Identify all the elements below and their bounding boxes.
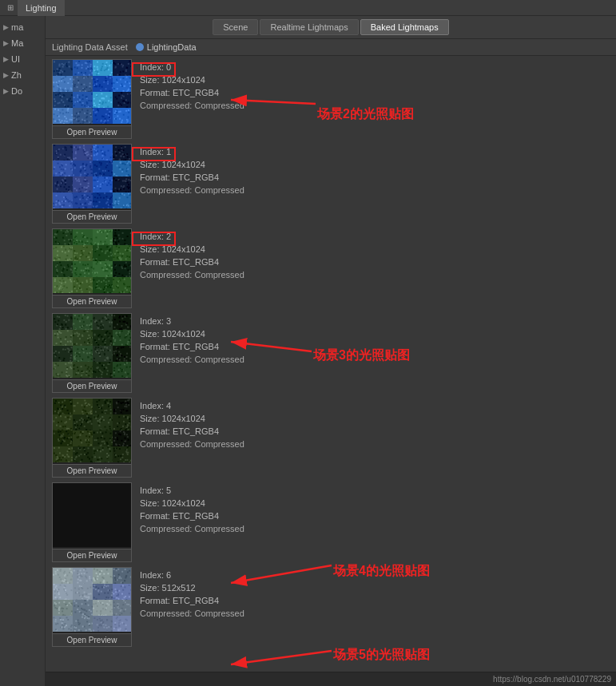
lightmap-thumbnail: Open Preview xyxy=(52,482,132,562)
content-area: Scene Realtime Lightmaps Baked Lightmaps… xyxy=(46,16,616,686)
lightmaps-area[interactable]: Open PreviewIndex: 0Size: 1024x1024Forma… xyxy=(46,56,616,672)
info-line: Index: 6 xyxy=(140,570,244,580)
info-line: Index: 1 xyxy=(140,147,244,157)
open-preview-button[interactable]: Open Preview xyxy=(53,379,131,392)
info-line: Size: 1024x1024 xyxy=(140,75,244,85)
main-layout: ▶ ma ▶ Ma ▶ UI ▶ Zh ▶ Do Scene Realtime … xyxy=(0,16,616,686)
bottom-bar: https://blog.csdn.net/u010778229 xyxy=(46,672,616,686)
asset-value: LightingData xyxy=(136,42,197,52)
arrow-icon-3: ▶ xyxy=(3,71,11,79)
lightmap-entry: Open PreviewIndex: 3Size: 1024x1024Forma… xyxy=(52,313,610,393)
url-label: https://blog.csdn.net/u010778229 xyxy=(493,675,611,684)
lightmap-info: Index: 4Size: 1024x1024Format: ETC_RGB4C… xyxy=(132,398,244,449)
info-line: Index: 2 xyxy=(140,232,244,241)
info-line: Size: 1024x1024 xyxy=(140,414,244,423)
annotation-arrow xyxy=(231,651,332,664)
lightmap-thumbnail: Open Preview xyxy=(52,313,132,393)
lightmap-info: Index: 3Size: 1024x1024Format: ETC_RGB4C… xyxy=(132,313,244,364)
open-preview-button[interactable]: Open Preview xyxy=(53,125,131,138)
annotation-text: 场景5的光照贴图 xyxy=(332,648,430,661)
lightmap-info: Index: 1Size: 1024x1024Format: ETC_RGB4C… xyxy=(132,144,244,195)
lightmap-info: Index: 5Size: 1024x1024Format: ETC_RGB4C… xyxy=(132,482,244,533)
lightmap-thumbnail: Open Preview xyxy=(52,228,132,308)
lightmap-info: Index: 2Size: 1024x1024Format: ETC_RGB4C… xyxy=(132,228,244,280)
lightmap-entry: Open PreviewIndex: 5Size: 1024x1024Forma… xyxy=(52,482,610,562)
info-line: Format: ETC_RGB4 xyxy=(140,172,244,182)
info-line: Format: ETC_RGB4 xyxy=(140,257,244,267)
asset-row: Lighting Data Asset LightingData xyxy=(46,39,616,56)
lightmap-entry: Open PreviewIndex: 1Size: 1024x1024Forma… xyxy=(52,144,610,224)
info-line: Compressed: Compressed xyxy=(140,439,244,449)
asset-dot-icon xyxy=(136,43,144,51)
grid-icon: ⊞ xyxy=(3,0,18,16)
info-line: Index: 3 xyxy=(140,316,244,326)
info-line: Size: 1024x1024 xyxy=(140,329,244,339)
info-line: Compressed: Compressed xyxy=(140,270,244,280)
info-line: Index: 4 xyxy=(140,401,244,410)
info-line: Size: 1024x1024 xyxy=(140,160,244,169)
info-line: Compressed: Compressed xyxy=(140,524,244,533)
asset-label: Lighting Data Asset xyxy=(52,42,128,52)
info-line: Compressed: Compressed xyxy=(140,185,244,195)
open-preview-button[interactable]: Open Preview xyxy=(53,210,131,223)
open-preview-button[interactable]: Open Preview xyxy=(53,464,131,477)
info-line: Index: 0 xyxy=(140,62,244,72)
top-buttons-row: Scene Realtime Lightmaps Baked Lightmaps xyxy=(46,16,616,39)
info-line: Format: ETC_RGB4 xyxy=(140,426,244,436)
info-line: Format: ETC_RGB4 xyxy=(140,596,244,605)
info-line: Size: 1024x1024 xyxy=(140,244,244,254)
sidebar-item-1[interactable]: ▶ Ma xyxy=(0,35,45,51)
lightmap-thumbnail: Open Preview xyxy=(52,398,132,478)
baked-lightmaps-button[interactable]: Baked Lightmaps xyxy=(360,19,449,35)
lightmap-thumbnail: Open Preview xyxy=(52,144,132,224)
sidebar-item-0[interactable]: ▶ ma xyxy=(0,19,45,35)
info-line: Format: ETC_RGB4 xyxy=(140,511,244,521)
open-preview-button[interactable]: Open Preview xyxy=(53,633,131,646)
lightmap-info: Index: 0Size: 1024x1024Format: ETC_RGB4C… xyxy=(132,59,244,110)
realtime-lightmaps-button[interactable]: Realtime Lightmaps xyxy=(260,19,358,35)
lightmap-entry: Open PreviewIndex: 2Size: 1024x1024Forma… xyxy=(52,228,610,308)
info-line: Size: 512x512 xyxy=(140,583,244,593)
lightmap-info: Index: 6Size: 512x512Format: ETC_RGB4Com… xyxy=(132,567,244,618)
info-line: Compressed: Compressed xyxy=(140,355,244,364)
arrow-icon-0: ▶ xyxy=(3,23,11,31)
lightmap-thumbnail: Open Preview xyxy=(52,59,132,139)
arrow-icon-2: ▶ xyxy=(3,55,11,63)
sidebar-item-2[interactable]: ▶ UI xyxy=(0,51,45,67)
info-line: Compressed: Compressed xyxy=(140,101,244,110)
info-line: Compressed: Compressed xyxy=(140,609,244,618)
open-preview-button[interactable]: Open Preview xyxy=(53,549,131,561)
info-line: Size: 1024x1024 xyxy=(140,498,244,508)
lightmap-entry: Open PreviewIndex: 6Size: 512x512Format:… xyxy=(52,567,610,647)
lightmap-entry: Open PreviewIndex: 0Size: 1024x1024Forma… xyxy=(52,59,610,139)
info-line: Index: 5 xyxy=(140,486,244,495)
tab-bar: ⊞ Lighting xyxy=(0,0,616,16)
sidebar: ▶ ma ▶ Ma ▶ UI ▶ Zh ▶ Do xyxy=(0,16,46,686)
lighting-tab[interactable]: Lighting xyxy=(18,0,65,16)
arrow-icon-1: ▶ xyxy=(3,39,11,47)
sidebar-item-4[interactable]: ▶ Do xyxy=(0,83,45,99)
scene-tab-button[interactable]: Scene xyxy=(213,19,258,35)
info-line: Format: ETC_RGB4 xyxy=(140,88,244,97)
info-line: Format: ETC_RGB4 xyxy=(140,342,244,351)
lightmap-entry: Open PreviewIndex: 4Size: 1024x1024Forma… xyxy=(52,398,610,478)
sidebar-item-3[interactable]: ▶ Zh xyxy=(0,67,45,83)
lightmap-thumbnail: Open Preview xyxy=(52,567,132,647)
open-preview-button[interactable]: Open Preview xyxy=(53,295,131,307)
arrow-icon-4: ▶ xyxy=(3,87,11,95)
